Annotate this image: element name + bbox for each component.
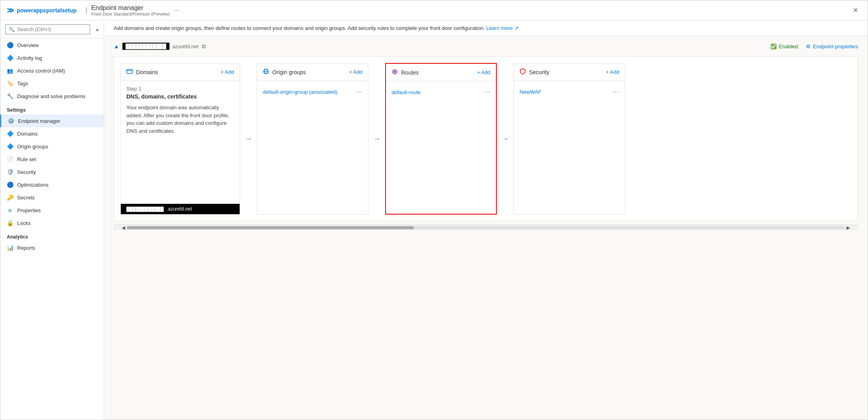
arrow-separator-2: →: [368, 135, 385, 143]
routes-card-title: Routes: [401, 69, 419, 76]
route-more-button[interactable]: ···: [484, 89, 490, 96]
settings-section-label: Settings: [0, 103, 104, 114]
sidebar-item-endpoint-manager[interactable]: ⚙️ Endpoint manager: [0, 114, 104, 127]
sidebar-item-activity-log[interactable]: 🔷 Activity log: [0, 51, 104, 64]
scrollbar-track[interactable]: [127, 226, 845, 229]
endpoint-area: ▲ ████████████ .azurefd.net ⧉ ✅ Enabled …: [104, 36, 868, 420]
close-button[interactable]: ✕: [850, 5, 861, 16]
locks-icon: 🔒: [7, 220, 13, 226]
footer-suffix: .azurefd.net: [167, 206, 192, 212]
sidebar-search-area: 🔍 «: [0, 20, 104, 39]
sidebar-item-reports[interactable]: 📊 Reports: [0, 241, 104, 254]
domains-add-button[interactable]: + Add: [220, 69, 234, 75]
sidebar-item-label: Reports: [17, 245, 35, 251]
security-card: Security + Add NewWAF ···: [514, 63, 625, 215]
sidebar-item-label: Secrets: [17, 195, 35, 201]
scrollbar-thumb[interactable]: [127, 226, 414, 229]
security-more-button[interactable]: ···: [613, 88, 619, 95]
analytics-section-label: Analytics: [0, 229, 104, 241]
copy-icon[interactable]: ⧉: [202, 43, 206, 50]
sidebar-item-label: Domains: [17, 131, 37, 137]
origin-groups-card: Origin groups + Add default-origin-group…: [257, 63, 368, 215]
origin-groups-add-button[interactable]: + Add: [349, 69, 362, 75]
header-more-icon[interactable]: ···: [174, 7, 179, 14]
endpoint-properties-button[interactable]: ⚙ Endpoint properties: [806, 43, 858, 49]
arrow-separator-3: →: [497, 135, 514, 143]
scroll-left-button[interactable]: ◀: [120, 225, 127, 231]
settings-nav-section: ⚙️ Endpoint manager 🔷 Domains 🔷 Origin g…: [0, 114, 104, 229]
reports-icon: 📊: [7, 245, 13, 251]
endpoint-name-redacted: ████████████: [122, 43, 169, 50]
routes-card: Routes + Add default-route ···: [385, 63, 497, 215]
route-link[interactable]: default-route: [392, 89, 421, 95]
diagnose-icon: 🔧: [7, 93, 13, 99]
header-app-name: powerappsportalsetup: [17, 7, 77, 14]
sidebar-item-origin-groups[interactable]: 🔷 Origin groups: [0, 140, 104, 153]
sidebar-item-locks[interactable]: 🔒 Locks: [0, 217, 104, 229]
sidebar-item-security[interactable]: 🛡️ Security: [0, 166, 104, 178]
origin-group-link[interactable]: default-origin-group (associated): [263, 89, 337, 95]
domains-card-icon: [126, 68, 133, 76]
origin-group-more-button[interactable]: ···: [356, 88, 362, 95]
header-subtitle: Front Door Standard/Premium (Preview): [91, 12, 170, 16]
secrets-icon: 🔑: [7, 194, 13, 201]
header: ≫ powerappsportalsetup | Endpoint manage…: [0, 0, 868, 20]
sidebar-item-secrets[interactable]: 🔑 Secrets: [0, 191, 104, 204]
cards-wrapper: Domains + Add Step 1 DNS, domains, certi…: [114, 56, 858, 221]
scroll-right-button[interactable]: ▶: [845, 225, 852, 231]
sidebar-collapse-button[interactable]: «: [96, 26, 99, 33]
overview-icon: 🔵: [7, 42, 13, 48]
sidebar-item-label: Diagnose and solve problems: [17, 93, 85, 99]
security-card-title: Security: [529, 69, 549, 75]
properties-icon: ≡: [7, 207, 13, 213]
sidebar-item-label: Origin groups: [17, 144, 48, 150]
rule-set-icon: 📄: [7, 156, 13, 162]
header-logo: ≫ powerappsportalsetup: [7, 6, 77, 15]
sidebar-item-label: Locks: [17, 220, 31, 226]
learn-more-link[interactable]: Learn more ↗: [486, 25, 518, 31]
tags-icon: 🏷️: [7, 80, 13, 87]
sidebar: 🔍 « 🔵 Overview 🔷 Activity log 👥: [0, 20, 104, 420]
sidebar-item-properties[interactable]: ≡ Properties: [0, 204, 104, 217]
origin-groups-card-body: default-origin-group (associated) ···: [257, 81, 368, 214]
origin-groups-card-title-area: Origin groups: [263, 68, 306, 76]
sidebar-item-optimizations[interactable]: 🔵 Optimizations: [0, 178, 104, 191]
endpoint-manager-icon: ⚙️: [8, 118, 14, 124]
access-control-icon: 👥: [7, 67, 13, 74]
footer-name-redacted: ████████████: [125, 206, 165, 212]
analytics-nav-section: 📊 Reports: [0, 241, 104, 254]
search-input[interactable]: [17, 26, 87, 32]
endpoint-domain-suffix: .azurefd.net: [171, 43, 199, 49]
sidebar-item-label: Overview: [17, 42, 39, 48]
logo-arrows-icon: ≫: [7, 6, 14, 15]
arrow-separator-1: →: [240, 135, 257, 143]
props-icon: ⚙: [806, 43, 811, 49]
origin-groups-card-title: Origin groups: [272, 69, 306, 75]
endpoint-status: ✅ Enabled: [770, 43, 798, 49]
endpoint-header: ▲ ████████████ .azurefd.net ⧉ ✅ Enabled …: [114, 43, 858, 50]
horizontal-scrollbar: ◀ ▶: [114, 225, 858, 230]
status-text: Enabled: [779, 43, 798, 49]
sidebar-item-tags[interactable]: 🏷️ Tags: [0, 77, 104, 90]
sidebar-item-label: Endpoint manager: [18, 118, 60, 124]
svg-rect-0: [127, 69, 132, 73]
sidebar-item-access-control[interactable]: 👥 Access control (IAM): [0, 64, 104, 77]
header-title-block: Endpoint manager Front Door Standard/Pre…: [91, 4, 170, 16]
sidebar-item-domains[interactable]: 🔷 Domains: [0, 127, 104, 140]
security-card-body: NewWAF ···: [514, 81, 625, 214]
step-desc: Your endpoint domain was automatically a…: [126, 104, 234, 135]
sidebar-item-rule-set[interactable]: 📄 Rule set: [0, 153, 104, 166]
security-add-button[interactable]: + Add: [606, 69, 619, 75]
sidebar-item-label: Access control (IAM): [17, 68, 65, 74]
sidebar-item-overview[interactable]: 🔵 Overview: [0, 39, 104, 51]
sidebar-item-diagnose[interactable]: 🔧 Diagnose and solve problems: [0, 90, 104, 103]
status-icon: ✅: [770, 43, 777, 49]
security-waf-link[interactable]: NewWAF: [520, 89, 541, 95]
sidebar-item-label: Rule set: [17, 156, 36, 162]
domains-card-title-area: Domains: [126, 68, 158, 76]
domains-card-body: Step 1 DNS, domains, certificates Your e…: [121, 81, 240, 204]
security-item: NewWAF ···: [520, 86, 619, 98]
routes-add-button[interactable]: + Add: [477, 69, 490, 75]
props-text: Endpoint properties: [813, 43, 858, 49]
endpoint-collapse-button[interactable]: ▲: [114, 43, 119, 49]
